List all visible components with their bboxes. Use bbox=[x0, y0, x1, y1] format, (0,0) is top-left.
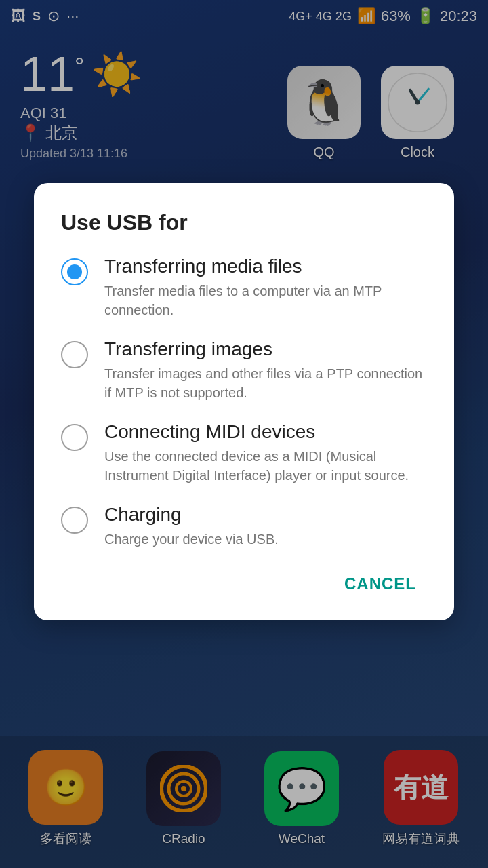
option-charging-text: Charging Charge your device via USB. bbox=[104, 504, 427, 549]
dialog-overlay: Use USB for Transferring media files Tra… bbox=[0, 0, 488, 868]
option-charging-title: Charging bbox=[104, 504, 427, 526]
option-images-title: Transferring images bbox=[104, 338, 427, 360]
option-charging-desc: Charge your device via USB. bbox=[104, 530, 427, 549]
radio-images[interactable] bbox=[61, 341, 88, 368]
option-midi-desc: Use the connected device as a MIDI (Musi… bbox=[104, 447, 427, 485]
option-midi[interactable]: Connecting MIDI devices Use the connecte… bbox=[61, 421, 427, 485]
option-midi-title: Connecting MIDI devices bbox=[104, 421, 427, 443]
option-images[interactable]: Transferring images Transfer images and … bbox=[61, 338, 427, 402]
option-midi-text: Connecting MIDI devices Use the connecte… bbox=[104, 421, 427, 485]
usb-dialog: Use USB for Transferring media files Tra… bbox=[34, 183, 454, 620]
option-images-desc: Transfer images and other files via a PT… bbox=[104, 364, 427, 402]
option-media[interactable]: Transferring media files Transfer media … bbox=[61, 256, 427, 319]
option-media-title: Transferring media files bbox=[104, 256, 427, 277]
option-media-text: Transferring media files Transfer media … bbox=[104, 256, 427, 319]
cancel-button[interactable]: CANCEL bbox=[333, 568, 427, 600]
radio-charging[interactable] bbox=[61, 507, 88, 534]
dialog-actions: CANCEL bbox=[61, 568, 427, 600]
option-images-text: Transferring images Transfer images and … bbox=[104, 338, 427, 402]
option-charging[interactable]: Charging Charge your device via USB. bbox=[61, 504, 427, 549]
radio-media[interactable] bbox=[61, 258, 88, 285]
radio-media-inner bbox=[67, 264, 82, 279]
dialog-title: Use USB for bbox=[61, 210, 427, 235]
option-media-desc: Transfer media files to a computer via a… bbox=[104, 281, 427, 319]
radio-midi[interactable] bbox=[61, 424, 88, 451]
